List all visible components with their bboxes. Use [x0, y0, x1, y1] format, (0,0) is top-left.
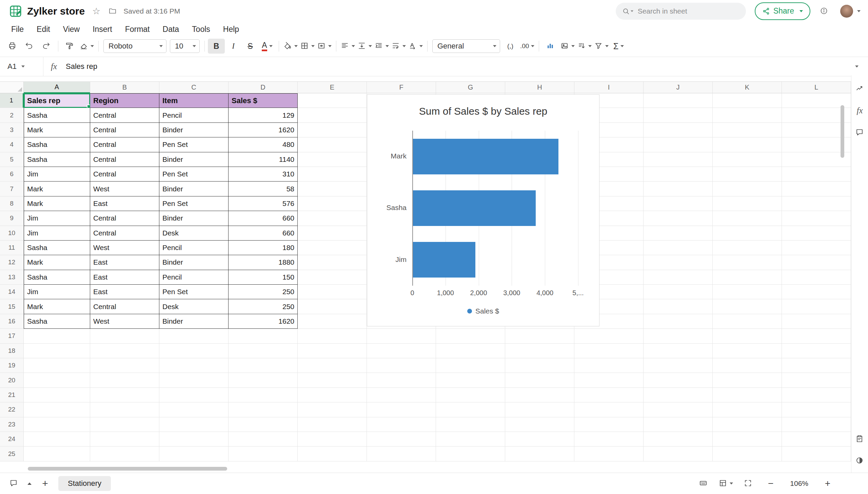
cell-K3[interactable] — [713, 123, 782, 137]
cell-J18[interactable] — [644, 344, 713, 358]
cell-E6[interactable] — [298, 167, 367, 182]
cell-D9[interactable]: 660 — [229, 211, 298, 226]
cell-C18[interactable] — [159, 344, 229, 358]
cell-D18[interactable] — [229, 344, 298, 358]
formula-bar-expand-icon[interactable] — [855, 65, 859, 68]
cell-H22[interactable] — [505, 402, 574, 417]
cell-F25[interactable] — [367, 446, 436, 461]
cell-B11[interactable]: West — [90, 241, 159, 255]
cell-B6[interactable]: Central — [90, 167, 159, 182]
cell-A6[interactable]: Jim — [24, 167, 90, 182]
col-header-I[interactable]: I — [574, 82, 644, 93]
cell-C23[interactable] — [159, 417, 229, 432]
cell-A7[interactable]: Mark — [24, 182, 90, 196]
borders-button[interactable] — [299, 39, 316, 54]
cell-C9[interactable]: Binder — [159, 211, 229, 226]
fullscreen-button[interactable] — [741, 476, 756, 491]
cell-A13[interactable]: Sasha — [24, 270, 90, 285]
cell-L9[interactable] — [782, 211, 851, 226]
cell-C21[interactable] — [159, 388, 229, 402]
account-chevron-icon[interactable] — [857, 10, 861, 12]
cell-A10[interactable]: Jim — [24, 226, 90, 241]
cell-A11[interactable]: Sasha — [24, 241, 90, 255]
cell-D1[interactable]: Sales $ — [229, 93, 298, 108]
cell-I20[interactable] — [574, 373, 644, 387]
cell-H24[interactable] — [505, 432, 574, 446]
cell-B1[interactable]: Region — [90, 93, 159, 108]
fill-handle[interactable] — [87, 104, 90, 108]
row-header-12[interactable]: 12 — [0, 255, 24, 270]
cell-D11[interactable]: 180 — [229, 241, 298, 255]
sheet-tab-stationery[interactable]: Stationery — [58, 476, 111, 491]
print-button[interactable] — [4, 39, 21, 54]
cell-L7[interactable] — [782, 182, 851, 196]
clipboard-button[interactable] — [855, 435, 864, 443]
cell-B10[interactable]: Central — [90, 226, 159, 241]
cell-J13[interactable] — [644, 270, 713, 285]
cell-D12[interactable]: 1880 — [229, 255, 298, 270]
menu-edit[interactable]: Edit — [30, 25, 57, 34]
fill-color-button[interactable] — [282, 39, 299, 54]
cell-D16[interactable]: 1620 — [229, 314, 298, 329]
cell-F19[interactable] — [367, 358, 436, 373]
col-header-A[interactable]: A — [24, 82, 90, 93]
row-header-1[interactable]: 1 — [0, 93, 24, 108]
cell-F21[interactable] — [367, 388, 436, 402]
row-header-3[interactable]: 3 — [0, 123, 24, 137]
cell-K21[interactable] — [713, 388, 782, 402]
zoom-out-button[interactable]: − — [763, 476, 778, 491]
cell-C7[interactable]: Binder — [159, 182, 229, 196]
cell-E22[interactable] — [298, 402, 367, 417]
text-orientation-button[interactable] — [407, 39, 424, 54]
menu-view[interactable]: View — [57, 25, 86, 34]
cell-A5[interactable]: Sasha — [24, 152, 90, 167]
col-header-G[interactable]: G — [436, 82, 505, 93]
menu-help[interactable]: Help — [217, 25, 245, 34]
sheet-list-button[interactable] — [22, 476, 37, 491]
cell-I18[interactable] — [574, 344, 644, 358]
cell-E3[interactable] — [298, 123, 367, 137]
cell-J24[interactable] — [644, 432, 713, 446]
search-box[interactable] — [616, 3, 746, 20]
cell-H17[interactable] — [505, 329, 574, 343]
cell-B23[interactable] — [90, 417, 159, 432]
cell-D10[interactable]: 660 — [229, 226, 298, 241]
cell-K7[interactable] — [713, 182, 782, 196]
indent-button[interactable] — [373, 39, 390, 54]
cell-B22[interactable] — [90, 402, 159, 417]
cell-J8[interactable] — [644, 196, 713, 211]
cell-J5[interactable] — [644, 152, 713, 167]
cell-K4[interactable] — [713, 137, 782, 152]
cell-J16[interactable] — [644, 314, 713, 329]
cell-D7[interactable]: 58 — [229, 182, 298, 196]
cell-E21[interactable] — [298, 388, 367, 402]
cell-J11[interactable] — [644, 241, 713, 255]
row-header-17[interactable]: 17 — [0, 329, 24, 343]
cell-L21[interactable] — [782, 388, 851, 402]
horizontal-align-button[interactable] — [339, 39, 356, 54]
cell-B14[interactable]: East — [90, 285, 159, 299]
cell-J20[interactable] — [644, 373, 713, 387]
cell-K20[interactable] — [713, 373, 782, 387]
cell-E4[interactable] — [298, 137, 367, 152]
cell-G20[interactable] — [436, 373, 505, 387]
cell-B12[interactable]: East — [90, 255, 159, 270]
cell-C4[interactable]: Pen Set — [159, 137, 229, 152]
search-options-chevron-icon[interactable] — [631, 10, 633, 12]
cell-B20[interactable] — [90, 373, 159, 387]
font-size-select[interactable]: 10 — [170, 39, 200, 53]
cell-C2[interactable]: Pencil — [159, 108, 229, 122]
cell-C10[interactable]: Desk — [159, 226, 229, 241]
zoom-level[interactable]: 106% — [790, 479, 808, 488]
cell-B3[interactable]: Central — [90, 123, 159, 137]
cell-H20[interactable] — [505, 373, 574, 387]
cell-K25[interactable] — [713, 446, 782, 461]
row-header-19[interactable]: 19 — [0, 358, 24, 373]
cell-E8[interactable] — [298, 196, 367, 211]
cell-C17[interactable] — [159, 329, 229, 343]
cell-J6[interactable] — [644, 167, 713, 182]
col-header-E[interactable]: E — [298, 82, 367, 93]
cell-I21[interactable] — [574, 388, 644, 402]
cell-A19[interactable] — [24, 358, 90, 373]
cell-I19[interactable] — [574, 358, 644, 373]
